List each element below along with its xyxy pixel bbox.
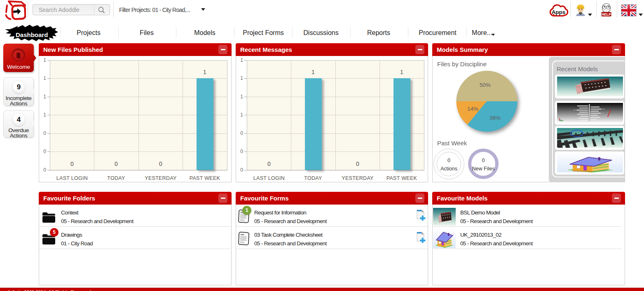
svg-text:Dashboard: Dashboard bbox=[16, 31, 48, 38]
svg-text:Apps: Apps bbox=[552, 9, 566, 15]
svg-text:HELP: HELP bbox=[602, 12, 611, 16]
